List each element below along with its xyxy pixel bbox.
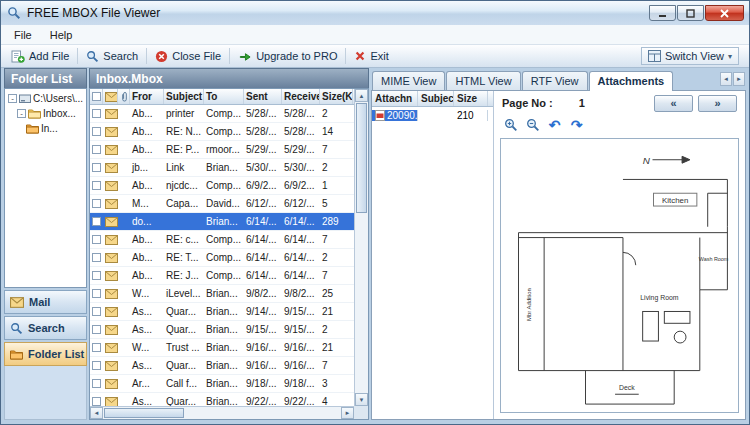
tree-node[interactable]: -C:\Users\... xyxy=(5,91,86,106)
tree-expander-icon[interactable]: - xyxy=(17,109,26,118)
envelope-icon xyxy=(103,109,118,119)
email-row[interactable]: Ab...RE: T...Comp...6/14/...6/14/...2 xyxy=(90,249,354,267)
close-button[interactable] xyxy=(705,5,744,21)
row-checkbox[interactable] xyxy=(90,217,103,226)
undo-button[interactable]: ↶ xyxy=(546,117,563,133)
add-file-button[interactable]: Add File xyxy=(5,47,75,65)
envelope-column-header[interactable] xyxy=(103,89,118,104)
email-row[interactable]: Ab...RE: P...rmoor...5/29/...5/29/...7 xyxy=(90,141,354,159)
row-checkbox[interactable] xyxy=(90,397,103,406)
email-row[interactable]: As...Quar...Brian...9/22/...9/22/...4 xyxy=(90,393,354,406)
row-checkbox[interactable] xyxy=(90,343,103,352)
row-checkbox[interactable] xyxy=(90,271,103,280)
zoom-out-button[interactable] xyxy=(524,117,541,133)
row-checkbox[interactable] xyxy=(90,235,103,244)
scroll-left-icon[interactable]: ◄ xyxy=(90,407,103,419)
maximize-button[interactable] xyxy=(677,5,704,21)
email-row[interactable]: Ar...Call f...Brian...9/18/...9/18/...3 xyxy=(90,375,354,393)
menu-file[interactable]: File xyxy=(5,27,41,43)
row-checkbox[interactable] xyxy=(90,325,103,334)
attachment-row[interactable]: 20090...210 xyxy=(372,107,493,123)
email-row[interactable]: As...Quar...Brian...9/15/...9/15/...2 xyxy=(90,321,354,339)
switch-view-button[interactable]: Switch View ▾ xyxy=(641,47,739,65)
nav-button-label: Folder List xyxy=(28,348,84,360)
nav-mail-button[interactable]: Mail xyxy=(4,290,87,314)
email-from: As... xyxy=(130,396,164,406)
switch-view-icon xyxy=(648,50,661,62)
tab-rtf-view[interactable]: RTF View xyxy=(522,71,588,90)
scroll-right-icon[interactable]: ► xyxy=(341,407,354,419)
tab-html-view[interactable]: HTML View xyxy=(446,71,520,90)
minimize-button[interactable] xyxy=(649,5,676,21)
attachment-name-column-header[interactable]: Attachn xyxy=(372,91,418,106)
tree-expander-icon[interactable]: - xyxy=(8,94,17,103)
sent-column-header[interactable]: Sent xyxy=(244,89,282,104)
upgrade-to-pro-button[interactable]: Upgrade to PRO xyxy=(232,48,343,65)
zoom-in-button[interactable] xyxy=(502,117,519,133)
nav-folder-list-button[interactable]: Folder List xyxy=(4,342,87,366)
row-checkbox[interactable] xyxy=(90,181,103,190)
row-checkbox[interactable] xyxy=(90,307,103,316)
email-row[interactable]: M...Capa...David...6/12/...6/12/...5 xyxy=(90,195,354,213)
tree-node[interactable]: In... xyxy=(5,121,86,136)
row-checkbox[interactable] xyxy=(90,289,103,298)
email-from: Ab... xyxy=(130,252,164,263)
exit-button[interactable]: Exit xyxy=(348,48,394,64)
row-checkbox[interactable] xyxy=(90,361,103,370)
row-checkbox[interactable] xyxy=(90,253,103,262)
email-row[interactable]: Ab...RE: J...Comp...6/14/...6/14/...7 xyxy=(90,267,354,285)
tree-node[interactable]: -Inbox... xyxy=(5,106,86,121)
to-column-header[interactable]: To xyxy=(204,89,244,104)
close-file-button[interactable]: Close File xyxy=(149,48,227,65)
attachment-name[interactable]: 20090... xyxy=(372,110,418,121)
horizontal-scrollbar[interactable]: ◄ ► xyxy=(90,406,354,419)
email-row[interactable]: Ab...RE: c...Comp...6/14/...6/14/...7 xyxy=(90,231,354,249)
scrollbar-thumb[interactable] xyxy=(356,103,367,213)
next-page-button[interactable]: » xyxy=(698,95,737,112)
tab-mime-view[interactable]: MIME View xyxy=(372,71,445,90)
subject-column-header[interactable]: Subject xyxy=(164,89,204,104)
attachment-subject-column-header[interactable]: Subject xyxy=(418,91,454,106)
tab-scroll-right-icon[interactable]: ► xyxy=(733,72,745,86)
row-checkbox[interactable] xyxy=(90,127,103,136)
row-checkbox[interactable] xyxy=(90,145,103,154)
row-checkbox[interactable] xyxy=(90,379,103,388)
vertical-scrollbar[interactable]: ▲ ▼ xyxy=(354,89,368,406)
attachment-size-column-header[interactable]: Size xyxy=(454,91,488,106)
email-subject: Call f... xyxy=(164,378,204,389)
email-row[interactable]: do...Brian...6/14/...6/14/...289 xyxy=(90,213,354,231)
email-row[interactable]: Ab...printerComp...5/28/...5/28/...2 xyxy=(90,105,354,123)
email-row[interactable]: W...iLevel...Brian...9/8/2...9/8/2...25 xyxy=(90,285,354,303)
email-row[interactable]: As...Quar...Brian...9/14/...9/15/...21 xyxy=(90,303,354,321)
email-row[interactable]: jb...LinkBrian...5/30/...5/30/...2 xyxy=(90,159,354,177)
row-checkbox[interactable] xyxy=(90,109,103,118)
email-receive: 6/12/... xyxy=(282,198,320,209)
menu-help[interactable]: Help xyxy=(41,27,82,43)
tab-scroll-left-icon[interactable]: ◄ xyxy=(720,72,732,86)
scrollbar-thumb[interactable] xyxy=(104,408,184,418)
email-row[interactable]: W...Trust ...Brian...9/16/...9/16/...21 xyxy=(90,339,354,357)
scroll-up-icon[interactable]: ▲ xyxy=(355,89,368,102)
prev-page-button[interactable]: « xyxy=(654,95,693,112)
receive-column-header[interactable]: Receive xyxy=(282,89,320,104)
nav-button-label: Search xyxy=(28,322,65,334)
title-bar[interactable]: FREE MBOX File Viewer xyxy=(1,1,749,25)
redo-button[interactable]: ↷ xyxy=(568,117,585,133)
checkbox-column-header[interactable] xyxy=(90,89,103,104)
email-size: 21 xyxy=(320,342,353,353)
nav-search-button[interactable]: Search xyxy=(4,316,87,340)
tab-attachments[interactable]: Attachments xyxy=(589,71,674,91)
row-checkbox[interactable] xyxy=(90,163,103,172)
document-preview[interactable]: N Kitchen Living Room Wash Room Deck Mbr… xyxy=(500,138,739,413)
search-button[interactable]: Search xyxy=(80,48,144,65)
checkbox-icon xyxy=(92,271,101,280)
email-row[interactable]: Ab...njcdc...Comp...6/9/2...6/9/2...1 xyxy=(90,177,354,195)
attachment-column-header[interactable] xyxy=(118,89,130,104)
email-to: Comp... xyxy=(204,252,244,263)
from-column-header[interactable]: Fror xyxy=(130,89,164,104)
email-row[interactable]: Ab...RE: N...Comp...5/28/...5/28/...14 xyxy=(90,123,354,141)
scroll-down-icon[interactable]: ▼ xyxy=(355,393,368,406)
row-checkbox[interactable] xyxy=(90,199,103,208)
email-row[interactable]: As...Quar...Brian...9/16/...9/16/...7 xyxy=(90,357,354,375)
size-column-header[interactable]: Size(KB) xyxy=(320,89,353,104)
